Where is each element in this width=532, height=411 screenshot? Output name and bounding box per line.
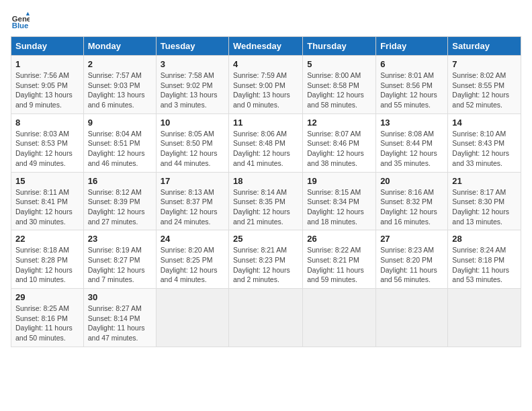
day-info: Sunrise: 8:07 AMSunset: 8:46 PMDaylight:… [307,129,371,169]
day-info: Sunrise: 7:58 AMSunset: 9:02 PMDaylight:… [161,71,224,110]
day-info: Sunrise: 8:02 AMSunset: 8:55 PMDaylight:… [452,71,517,110]
calendar-cell: 8Sunrise: 8:03 AMSunset: 8:53 PMDaylight… [11,113,84,172]
calendar-cell: 20Sunrise: 8:16 AMSunset: 8:32 PMDayligh… [376,172,448,230]
calendar-cell: 24Sunrise: 8:20 AMSunset: 8:25 PMDayligh… [156,230,228,289]
day-number: 26 [307,234,371,244]
calendar-row: 29Sunrise: 8:25 AMSunset: 8:16 PMDayligh… [11,289,521,347]
calendar-cell: 26Sunrise: 8:22 AMSunset: 8:21 PMDayligh… [303,230,376,289]
day-number: 17 [161,176,224,186]
day-info: Sunrise: 8:05 AMSunset: 8:50 PMDaylight:… [161,129,224,169]
day-info: Sunrise: 8:01 AMSunset: 8:56 PMDaylight:… [380,71,443,110]
svg-text:Blue: Blue [12,21,29,30]
day-info: Sunrise: 8:15 AMSunset: 8:34 PMDaylight:… [307,187,371,227]
day-number: 25 [233,234,298,244]
day-number: 16 [88,176,152,186]
page-header: General Blue [11,11,521,30]
calendar-cell: 1Sunrise: 7:56 AMSunset: 9:05 PMDaylight… [11,56,84,114]
day-info: Sunrise: 8:17 AMSunset: 8:30 PMDaylight:… [452,187,517,227]
day-number: 23 [88,234,152,244]
day-info: Sunrise: 8:12 AMSunset: 8:39 PMDaylight:… [88,187,152,227]
calendar-cell: 14Sunrise: 8:10 AMSunset: 8:43 PMDayligh… [448,113,521,172]
calendar-cell: 19Sunrise: 8:15 AMSunset: 8:34 PMDayligh… [303,172,376,230]
day-number: 30 [88,292,152,302]
calendar-cell: 10Sunrise: 8:05 AMSunset: 8:50 PMDayligh… [156,113,228,172]
day-info: Sunrise: 8:03 AMSunset: 8:53 PMDaylight:… [15,129,79,169]
day-info: Sunrise: 8:08 AMSunset: 8:44 PMDaylight:… [380,129,443,169]
calendar-cell [376,289,448,347]
calendar-cell [303,289,376,347]
calendar-row: 1Sunrise: 7:56 AMSunset: 9:05 PMDaylight… [11,56,521,114]
calendar-cell: 9Sunrise: 8:04 AMSunset: 8:51 PMDaylight… [83,113,156,172]
day-info: Sunrise: 7:57 AMSunset: 9:03 PMDaylight:… [88,71,152,110]
day-info: Sunrise: 8:06 AMSunset: 8:48 PMDaylight:… [233,129,298,169]
day-number: 5 [307,59,371,69]
calendar-cell [156,289,228,347]
day-number: 15 [15,176,79,186]
header-thursday: Thursday [303,37,376,56]
header-friday: Friday [376,37,448,56]
day-number: 9 [88,118,152,128]
day-info: Sunrise: 8:19 AMSunset: 8:27 PMDaylight:… [88,245,152,285]
logo-icon: General Blue [11,11,30,30]
day-info: Sunrise: 7:56 AMSunset: 9:05 PMDaylight:… [15,71,79,110]
day-number: 21 [452,176,517,186]
day-number: 27 [380,234,443,244]
header-row: SundayMondayTuesdayWednesdayThursdayFrid… [11,37,521,56]
calendar-cell [229,289,303,347]
day-number: 13 [380,118,443,128]
day-number: 14 [452,118,517,128]
calendar-cell: 15Sunrise: 8:11 AMSunset: 8:41 PMDayligh… [11,172,84,230]
calendar-table: SundayMondayTuesdayWednesdayThursdayFrid… [11,36,521,347]
calendar-cell: 2Sunrise: 7:57 AMSunset: 9:03 PMDaylight… [83,56,156,114]
calendar-cell: 29Sunrise: 8:25 AMSunset: 8:16 PMDayligh… [11,289,84,347]
day-number: 3 [161,59,224,69]
calendar-cell: 6Sunrise: 8:01 AMSunset: 8:56 PMDaylight… [376,56,448,114]
calendar-cell: 17Sunrise: 8:13 AMSunset: 8:37 PMDayligh… [156,172,228,230]
day-number: 19 [307,176,371,186]
svg-marker-2 [26,12,30,15]
header-saturday: Saturday [448,37,521,56]
day-number: 2 [88,59,152,69]
calendar-cell: 23Sunrise: 8:19 AMSunset: 8:27 PMDayligh… [83,230,156,289]
day-info: Sunrise: 8:18 AMSunset: 8:28 PMDaylight:… [15,245,79,285]
calendar-cell: 21Sunrise: 8:17 AMSunset: 8:30 PMDayligh… [448,172,521,230]
calendar-cell: 5Sunrise: 8:00 AMSunset: 8:58 PMDaylight… [303,56,376,114]
header-monday: Monday [83,37,156,56]
day-info: Sunrise: 8:21 AMSunset: 8:23 PMDaylight:… [233,245,298,285]
calendar-cell: 28Sunrise: 8:24 AMSunset: 8:18 PMDayligh… [448,230,521,289]
day-number: 1 [15,59,79,69]
day-info: Sunrise: 8:10 AMSunset: 8:43 PMDaylight:… [452,129,517,169]
day-info: Sunrise: 8:13 AMSunset: 8:37 PMDaylight:… [161,187,224,227]
day-info: Sunrise: 8:11 AMSunset: 8:41 PMDaylight:… [15,187,79,227]
day-number: 4 [233,59,298,69]
day-number: 12 [307,118,371,128]
day-info: Sunrise: 8:16 AMSunset: 8:32 PMDaylight:… [380,187,443,227]
calendar-cell: 16Sunrise: 8:12 AMSunset: 8:39 PMDayligh… [83,172,156,230]
day-info: Sunrise: 8:25 AMSunset: 8:16 PMDaylight:… [15,304,79,343]
calendar-cell: 4Sunrise: 7:59 AMSunset: 9:00 PMDaylight… [229,56,303,114]
day-info: Sunrise: 8:27 AMSunset: 8:14 PMDaylight:… [88,304,152,343]
day-info: Sunrise: 8:14 AMSunset: 8:35 PMDaylight:… [233,187,298,227]
logo: General Blue [11,11,32,30]
calendar-cell [448,289,521,347]
day-number: 28 [452,234,517,244]
calendar-cell: 12Sunrise: 8:07 AMSunset: 8:46 PMDayligh… [303,113,376,172]
day-info: Sunrise: 7:59 AMSunset: 9:00 PMDaylight:… [233,71,298,110]
calendar-cell: 7Sunrise: 8:02 AMSunset: 8:55 PMDaylight… [448,56,521,114]
day-info: Sunrise: 8:04 AMSunset: 8:51 PMDaylight:… [88,129,152,169]
calendar-cell: 11Sunrise: 8:06 AMSunset: 8:48 PMDayligh… [229,113,303,172]
day-info: Sunrise: 8:23 AMSunset: 8:20 PMDaylight:… [380,245,443,285]
calendar-row: 8Sunrise: 8:03 AMSunset: 8:53 PMDaylight… [11,113,521,172]
header-sunday: Sunday [11,37,84,56]
day-number: 20 [380,176,443,186]
day-number: 24 [161,234,224,244]
calendar-cell: 3Sunrise: 7:58 AMSunset: 9:02 PMDaylight… [156,56,228,114]
calendar-cell: 13Sunrise: 8:08 AMSunset: 8:44 PMDayligh… [376,113,448,172]
day-info: Sunrise: 8:22 AMSunset: 8:21 PMDaylight:… [307,245,371,285]
day-number: 29 [15,292,79,302]
calendar-cell: 22Sunrise: 8:18 AMSunset: 8:28 PMDayligh… [11,230,84,289]
day-info: Sunrise: 8:24 AMSunset: 8:18 PMDaylight:… [452,245,517,285]
day-number: 8 [15,118,79,128]
day-number: 7 [452,59,517,69]
calendar-cell: 30Sunrise: 8:27 AMSunset: 8:14 PMDayligh… [83,289,156,347]
